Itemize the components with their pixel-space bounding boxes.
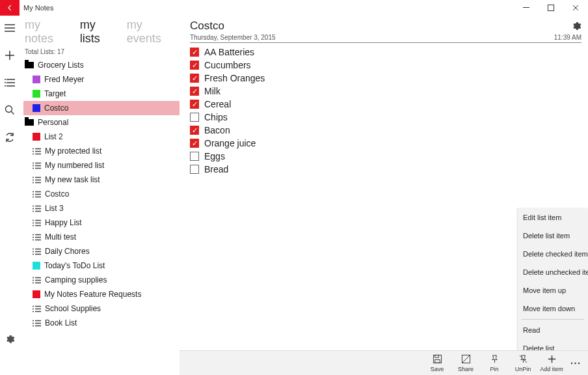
checklist-item-label: Milk (204, 86, 220, 96)
checklist-item[interactable]: Cucumbers (190, 60, 581, 70)
rail (0, 16, 20, 375)
menu-item[interactable]: Delete unchecked items (518, 263, 588, 281)
sidebar-item[interactable]: Costco (23, 101, 180, 115)
checklist-item[interactable]: Cereal (190, 99, 581, 109)
list-icon[interactable] (0, 76, 20, 90)
sidebar-item[interactable]: My new task list (23, 173, 180, 187)
menu-separator (522, 319, 584, 320)
menu-item[interactable]: Delete checked items (518, 245, 588, 263)
checklist-item[interactable]: AA Batteries (190, 47, 581, 57)
checklist-item-label: Bread (204, 164, 228, 174)
sidebar-folder[interactable]: Grocery Lists (23, 58, 180, 72)
minimize-button[interactable] (514, 0, 539, 16)
checklist-item-label: Orange juice (204, 138, 256, 148)
checklist-item[interactable]: Bacon (190, 125, 581, 135)
sidebar-item[interactable]: Today's ToDo List (23, 258, 180, 273)
sidebar-folder[interactable]: Personal (23, 115, 180, 130)
checkbox[interactable] (190, 87, 199, 96)
svg-point-5 (6, 106, 12, 113)
checkbox[interactable] (190, 152, 199, 161)
sidebar-item[interactable]: List 3 (23, 201, 180, 215)
search-icon[interactable] (0, 103, 20, 117)
checklist-item-label: Fresh Oranges (204, 73, 265, 83)
checkbox[interactable] (190, 113, 199, 122)
hamburger-icon[interactable] (0, 21, 20, 35)
checkbox[interactable] (190, 48, 199, 57)
sidebar-item-label: Today's ToDo List (44, 261, 105, 270)
checkbox[interactable] (190, 100, 199, 109)
sidebar-item[interactable]: Happy List (23, 215, 180, 230)
sidebar-item[interactable]: My protected list (23, 144, 180, 158)
svg-point-12 (578, 362, 579, 363)
title-bar: My Notes (0, 0, 588, 16)
checkbox[interactable] (190, 74, 199, 83)
more-button[interactable] (567, 358, 583, 368)
add-item-button[interactable]: Add item (539, 354, 565, 372)
checkbox[interactable] (190, 61, 199, 70)
checklist-item-label: AA Batteries (204, 47, 254, 57)
menu-item[interactable]: Edit list item (518, 208, 588, 227)
tab-my-lists[interactable]: my lists (80, 18, 118, 46)
menu-item[interactable]: Read (518, 321, 588, 339)
svg-rect-7 (434, 355, 438, 357)
settings-icon[interactable] (0, 332, 20, 346)
pin-button[interactable]: Pin (481, 354, 507, 372)
share-button[interactable]: Share (453, 354, 479, 372)
menu-item[interactable]: Delete list item (518, 227, 588, 245)
sidebar-item-label: List 2 (44, 132, 63, 141)
more-icon (570, 358, 580, 368)
sidebar-item[interactable]: My Notes Feature Requests (23, 287, 180, 301)
pin-icon (490, 354, 500, 365)
checklist-item[interactable]: Fresh Oranges (190, 73, 581, 83)
color-swatch-icon (33, 90, 40, 98)
sidebar-item[interactable]: School Supplies (23, 301, 180, 316)
folder-icon (25, 62, 34, 68)
bottom-bar: Save Share Pin UnPin Add item (180, 350, 588, 375)
menu-item[interactable]: Move item up (518, 281, 588, 299)
checklist-item[interactable]: Bread (190, 164, 581, 174)
maximize-button[interactable] (539, 0, 563, 16)
checklist-item[interactable]: Chips (190, 112, 581, 122)
sync-icon[interactable] (0, 130, 20, 145)
back-button[interactable] (0, 0, 20, 16)
color-swatch-icon (33, 262, 40, 270)
color-swatch-icon (33, 104, 40, 112)
main-panel: Costco Thursday, September 3, 2015 11:39… (180, 16, 588, 375)
sidebar-item[interactable]: List 2 (23, 130, 180, 144)
list-date: Thursday, September 3, 2015 (190, 34, 276, 41)
sidebar-item[interactable]: Costco (23, 187, 180, 201)
sidebar-item[interactable]: Fred Meyer (23, 72, 180, 87)
checklist-item[interactable]: Orange juice (190, 138, 581, 148)
svg-rect-1 (548, 5, 554, 11)
menu-item[interactable]: Move item down (518, 299, 588, 318)
checklist-icon (33, 162, 41, 169)
checkbox[interactable] (190, 126, 199, 135)
checklist-item[interactable]: Eggs (190, 151, 581, 161)
checklist-item-label: Eggs (204, 151, 225, 161)
gear-icon[interactable] (571, 21, 581, 31)
plus-icon (547, 354, 557, 365)
sidebar-item[interactable]: Multi test (23, 230, 180, 244)
sidebar-item[interactable]: Book List (23, 316, 180, 330)
checklist-icon (33, 305, 41, 312)
sidebar-item[interactable]: My numbered list (23, 158, 180, 173)
close-button[interactable] (563, 0, 588, 16)
total-lists-label: Total Lists: 17 (23, 48, 180, 58)
sidebar-item[interactable]: Target (23, 87, 180, 101)
sidebar-item[interactable]: Camping supplies (23, 273, 180, 287)
color-swatch-icon (33, 133, 40, 141)
sidebar-item-label: Daily Chores (45, 247, 90, 256)
svg-point-3 (5, 82, 6, 83)
checkbox[interactable] (190, 165, 199, 174)
tab-my-events[interactable]: my events (127, 18, 178, 46)
sidebar-item[interactable]: Daily Chores (23, 244, 180, 258)
checkbox[interactable] (190, 139, 199, 148)
checklist-item[interactable]: Milk (190, 86, 581, 96)
save-button[interactable]: Save (424, 354, 450, 372)
tab-my-notes[interactable]: my notes (25, 18, 71, 46)
sidebar: my notes my lists my events Total Lists:… (20, 16, 180, 375)
add-icon[interactable] (0, 48, 20, 62)
sidebar-item-label: My Notes Feature Requests (44, 290, 141, 299)
checklist-icon (33, 148, 41, 155)
unpin-button[interactable]: UnPin (510, 354, 536, 372)
